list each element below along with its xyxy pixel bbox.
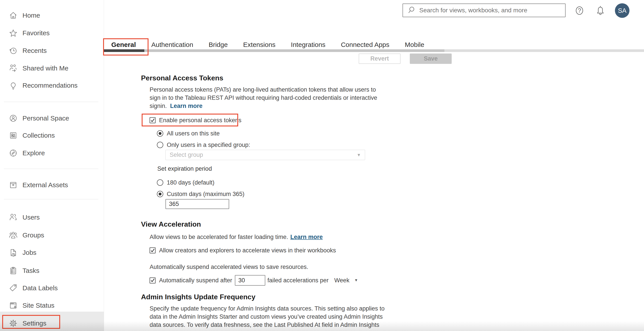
group-select-dropdown[interactable]: Select group ▼ [166, 150, 365, 160]
days-180-radio[interactable] [157, 179, 163, 186]
lightbulb-icon [8, 81, 18, 90]
sidebar-item-label: Recommendations [22, 82, 78, 89]
recents-icon [8, 46, 18, 55]
sidebar-item-data-labels[interactable]: Data Labels [0, 279, 104, 297]
custom-days-input[interactable] [166, 199, 229, 209]
sidebar-item-label: Users [22, 214, 40, 221]
tab-authentication[interactable]: Authentication [151, 41, 193, 48]
pat-learn-more-link[interactable]: Learn more [170, 103, 202, 109]
sidebar-item-shared-with-me[interactable]: Shared with Me [0, 59, 104, 77]
sidebar-item-label: Personal Space [22, 114, 69, 122]
sidebar-item-users[interactable]: Users [0, 209, 104, 226]
sidebar-item-label: Data Labels [22, 284, 58, 292]
admin-insights-line: data sources. To verify data freshness, … [150, 321, 428, 329]
tag-icon [8, 283, 18, 293]
enable-pat-row[interactable]: Enable personal access tokens [150, 117, 242, 124]
suspend-note: Automatically suspend accelerated views … [150, 264, 308, 271]
sidebar-item-explore[interactable]: Explore [0, 144, 104, 162]
section-view-acceleration: View Acceleration Allow views to be acce… [141, 220, 428, 291]
auto-suspend-checkbox[interactable] [150, 278, 156, 284]
allow-acceleration-checkbox[interactable] [150, 248, 156, 254]
gear-icon [8, 319, 18, 328]
suspend-note-text: Automatically suspend accelerated views … [150, 264, 308, 271]
all-users-radio[interactable] [157, 130, 163, 137]
sidebar-item-label: Shared with Me [22, 64, 68, 72]
group-select-placeholder: Select group [170, 152, 203, 158]
tab-extensions[interactable]: Extensions [243, 41, 276, 48]
expiration-period-label: Set expiration period [157, 165, 212, 172]
sidebar-item-tasks[interactable]: Tasks [0, 262, 104, 280]
specified-group-label: Only users in a specified group: [167, 142, 250, 148]
search-icon [407, 5, 417, 15]
chevron-down-icon: ▼ [357, 153, 361, 157]
tab-integrations[interactable]: Integrations [291, 41, 326, 48]
sidebar: Home Favorites Recents Shared with Me Re… [0, 0, 104, 331]
failed-accelerations-input[interactable] [235, 275, 265, 286]
sidebar-item-collections[interactable]: Collections [0, 127, 104, 144]
sidebar-item-label: Settings [22, 320, 46, 327]
pat-description-line: signin. [150, 103, 167, 109]
archive-box-icon [8, 180, 18, 190]
sidebar-item-label: Explore [22, 149, 45, 157]
notifications-bell-icon[interactable] [594, 4, 606, 16]
specified-group-radio[interactable] [157, 142, 163, 148]
document-clock-icon [8, 248, 18, 258]
expiration-custom-row[interactable]: Custom days (maximum 365) [157, 191, 244, 198]
search-input[interactable] [419, 6, 565, 14]
sidebar-item-site-status[interactable]: Site Status [0, 297, 104, 314]
admin-insights-heading: Admin Insights Update Frequency [141, 293, 428, 301]
tab-connected-apps[interactable]: Connected Apps [341, 41, 389, 48]
save-button[interactable]: Save [410, 53, 452, 64]
clipboard-icon [8, 266, 18, 276]
tab-underline-bar[interactable] [144, 49, 444, 52]
user-avatar[interactable]: SA [615, 3, 630, 18]
custom-days-radio[interactable] [157, 191, 163, 197]
pat-description-line: Personal access tokens (PATs) are long-l… [150, 86, 428, 94]
sidebar-item-favorites[interactable]: Favorites [0, 24, 104, 42]
all-users-label: All users on this site [167, 130, 220, 137]
sidebar-item-personal-space[interactable]: Personal Space [0, 109, 104, 127]
pat-scope-group-row[interactable]: Only users in a specified group: [157, 142, 250, 148]
pat-description-line: sign in to the Tableau REST API without … [150, 94, 428, 102]
pat-scope-all-users-row[interactable]: All users on this site [157, 130, 220, 137]
tab-general[interactable]: General [111, 41, 136, 48]
compass-icon [8, 148, 18, 158]
pat-description: Personal access tokens (PATs) are long-l… [150, 86, 428, 110]
sidebar-item-recommendations[interactable]: Recommendations [0, 77, 104, 94]
revert-button[interactable]: Revert [359, 53, 400, 64]
view-acceleration-text: Allow views to be accelerated for faster… [150, 234, 288, 241]
suspend-period-value: Week [334, 277, 350, 284]
site-status-icon [8, 301, 18, 310]
person-circle-icon [8, 113, 18, 123]
view-acceleration-description: Allow views to be accelerated for faster… [150, 234, 323, 241]
custom-days-label: Custom days (maximum 365) [167, 191, 244, 198]
enable-pat-checkbox[interactable] [150, 117, 156, 123]
sidebar-item-home[interactable]: Home [0, 6, 104, 24]
sidebar-item-label: Recents [22, 47, 47, 54]
sidebar-item-external-assets[interactable]: External Assets [0, 176, 104, 194]
chevron-down-icon: ▼ [354, 278, 358, 283]
section-admin-insights: Admin Insights Update Frequency Specify … [141, 293, 428, 331]
help-icon[interactable]: ? [574, 5, 586, 16]
sidebar-item-label: Favorites [22, 29, 50, 37]
sidebar-item-recents[interactable]: Recents [0, 42, 104, 59]
sidebar-item-label: External Assets [22, 181, 68, 189]
expiration-180-row[interactable]: 180 days (default) [157, 179, 214, 186]
sidebar-item-label: Home [22, 12, 40, 19]
auto-suspend-label: Automatically suspend after [159, 277, 232, 284]
tab-mobile[interactable]: Mobile [405, 41, 424, 48]
view-acceleration-learn-more-link[interactable]: Learn more [290, 234, 323, 241]
sidebar-item-settings[interactable]: Settings [0, 315, 104, 331]
admin-insights-line: data in the Admin Insights Starter and c… [150, 313, 428, 321]
sidebar-divider [4, 199, 98, 199]
allow-acceleration-label: Allow creators and explorers to accelera… [159, 247, 336, 254]
sidebar-item-jobs[interactable]: Jobs [0, 244, 104, 261]
sidebar-item-groups[interactable]: Groups [0, 226, 104, 244]
allow-acceleration-row[interactable]: Allow creators and explorers to accelera… [150, 247, 336, 254]
suspend-period-dropdown[interactable]: Week ▼ [334, 277, 358, 284]
sidebar-divider [4, 169, 98, 169]
admin-insights-description: Specify the update frequency for Admin I… [150, 305, 428, 329]
expiration-period-text: Set expiration period [157, 165, 212, 172]
tab-bridge[interactable]: Bridge [209, 41, 228, 48]
star-icon [8, 28, 18, 38]
